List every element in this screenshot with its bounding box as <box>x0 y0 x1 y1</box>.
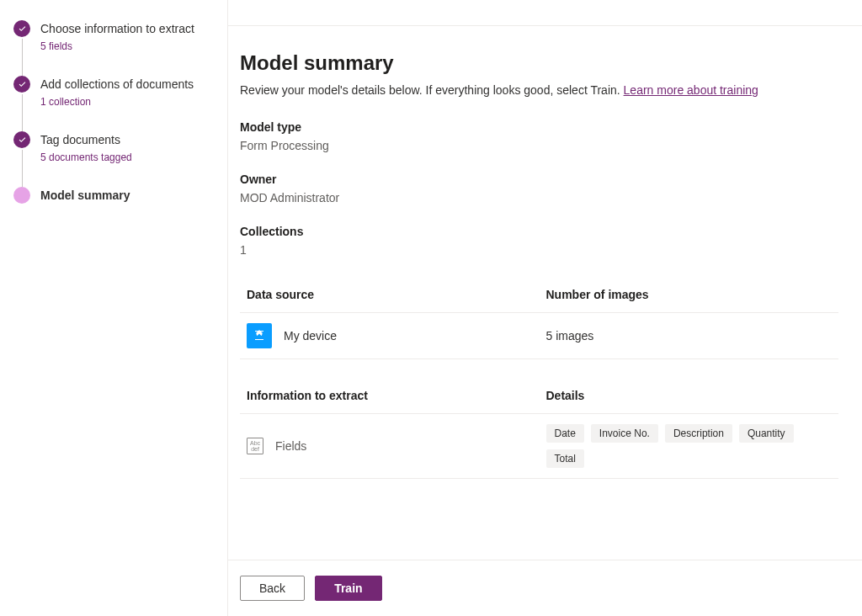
page-title: Model summary <box>240 51 838 75</box>
upload-icon <box>247 323 272 348</box>
collections-label: Collections <box>240 225 838 238</box>
check-icon <box>13 131 30 148</box>
step-connector <box>22 94 23 131</box>
collections-value: 1 <box>240 243 838 257</box>
tag: Quantity <box>739 424 794 443</box>
learn-more-link[interactable]: Learn more about training <box>624 83 758 97</box>
step-sub: 1 collection <box>40 96 194 108</box>
fields-label: Fields <box>275 439 306 453</box>
extract-section: Information to extract Details Abcdef Fi… <box>240 378 838 479</box>
data-source-name: My device <box>284 329 337 343</box>
col-info-extract: Information to extract <box>247 389 368 402</box>
model-type-value: Form Processing <box>240 139 838 152</box>
tag: Date <box>546 424 584 443</box>
step-connector <box>22 39 23 76</box>
step-tag-documents[interactable]: Tag documents 5 documents tagged <box>13 131 214 187</box>
back-button[interactable]: Back <box>240 576 305 601</box>
tag: Description <box>665 424 732 443</box>
model-type-label: Model type <box>240 120 838 134</box>
image-count: 5 images <box>546 329 594 343</box>
check-icon <box>13 76 30 93</box>
check-icon <box>13 20 30 37</box>
current-step-icon <box>13 187 30 204</box>
col-data-source: Data source <box>247 288 314 301</box>
col-num-images: Number of images <box>546 288 649 301</box>
step-label: Model summary <box>40 187 130 204</box>
step-label: Choose information to extract <box>40 20 194 37</box>
step-add-collections[interactable]: Add collections of documents 1 collectio… <box>13 76 214 131</box>
col-details: Details <box>546 389 585 402</box>
train-button[interactable]: Train <box>315 576 381 601</box>
table-row: Abcdef Fields Date Invoice No. Descripti… <box>240 414 838 479</box>
desc-text: Review your model's details below. If ev… <box>240 83 624 97</box>
footer-actions: Back Train <box>228 560 862 616</box>
step-connector <box>22 150 23 187</box>
owner-label: Owner <box>240 173 838 186</box>
step-label: Tag documents <box>40 131 132 148</box>
wizard-stepper: Choose information to extract 5 fields A… <box>0 0 227 616</box>
step-sub: 5 fields <box>40 40 194 52</box>
step-choose-info[interactable]: Choose information to extract 5 fields <box>13 20 214 76</box>
step-model-summary[interactable]: Model summary <box>13 187 214 227</box>
page-description: Review your model's details below. If ev… <box>240 83 838 97</box>
main-panel: Model summary Review your model's detail… <box>227 0 862 616</box>
fields-icon: Abcdef <box>247 438 263 454</box>
table-row: My device 5 images <box>240 313 838 359</box>
tag: Invoice No. <box>591 424 658 443</box>
step-label: Add collections of documents <box>40 76 194 93</box>
detail-tags: Date Invoice No. Description Quantity To… <box>546 424 833 468</box>
tag: Total <box>546 449 584 468</box>
step-sub: 5 documents tagged <box>40 151 132 163</box>
data-source-section: Data source Number of images My device <box>240 277 838 359</box>
owner-value: MOD Administrator <box>240 191 838 204</box>
